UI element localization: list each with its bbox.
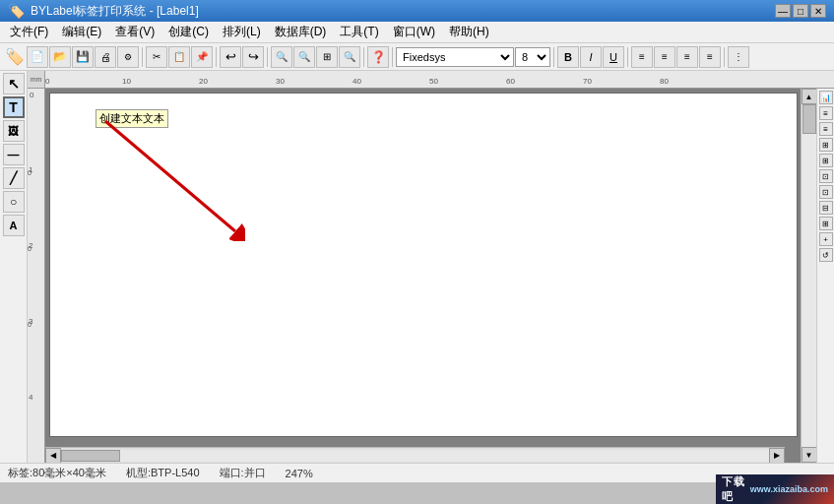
italic-button[interactable]: I (580, 46, 602, 68)
ruler-unit: mm (31, 76, 42, 83)
main-area: ↖ T 🖼 — ╱ ○ A 0 10 20 30 40 50 60 70 80 (0, 71, 834, 463)
select-tool[interactable]: ↖ (3, 73, 25, 94)
horizontal-scrollbar: ◀ ▶ (45, 447, 785, 463)
toolbar-sep-6 (553, 47, 554, 67)
text-tool[interactable]: T (3, 96, 25, 118)
zoom-out-button[interactable]: 🔍 (293, 46, 315, 68)
right-tool-9[interactable]: ⊞ (819, 217, 833, 230)
scroll-right-button[interactable]: ▶ (769, 448, 785, 464)
redo-button[interactable]: ↪ (242, 46, 264, 68)
horizontal-ruler: 0 10 20 30 40 50 60 70 80 mm (28, 71, 834, 89)
toolbar-icon: 🏷️ (4, 46, 26, 68)
watermark: 下载吧 www.xiazaiba.com (716, 474, 834, 504)
zoom-status: 247% (286, 468, 313, 479)
font-size-select[interactable]: 8 10 12 (515, 47, 550, 67)
font-name-select[interactable]: Fixedsys Arial Times New Roman (396, 47, 514, 67)
print-button[interactable]: 🖨 (95, 46, 116, 68)
underline-button[interactable]: U (603, 46, 624, 68)
align-center-button[interactable]: ≡ (654, 46, 675, 68)
close-button[interactable]: ✕ (810, 4, 826, 18)
port-status: 端口:并口 (220, 466, 266, 480)
right-tool-10[interactable]: + (819, 232, 833, 246)
scroll-up-button[interactable]: ▲ (802, 89, 817, 104)
menu-file[interactable]: 文件(F) (4, 22, 54, 42)
v-scroll-thumb[interactable] (802, 104, 816, 134)
left-toolbar: ↖ T 🖼 — ╱ ○ A (0, 71, 28, 463)
title-bar: 🏷️ BYLabel标签打印系统 - [Label1] — □ ✕ (0, 0, 834, 22)
right-tool-3[interactable]: ≡ (819, 122, 833, 136)
canvas-container: 0 10 20 30 40 50 60 70 80 mm 0 1 0 (28, 71, 834, 463)
right-tool-1[interactable]: 📊 (819, 91, 833, 104)
ellipse-tool[interactable]: ○ (3, 191, 25, 213)
right-tool-8[interactable]: ⊟ (819, 201, 833, 215)
vertical-ruler: 0 1 0 2 0 3 0 4 (28, 89, 45, 463)
model-status: 机型:BTP-L540 (126, 466, 200, 480)
v-scroll-track (802, 104, 817, 447)
barcode-tool[interactable]: A (3, 215, 25, 236)
save-button[interactable]: 💾 (72, 46, 94, 68)
minimize-button[interactable]: — (775, 4, 791, 18)
scroll-down-button[interactable]: ▼ (802, 447, 817, 463)
menu-window[interactable]: 窗口(W) (387, 22, 441, 42)
h-scroll-thumb[interactable] (61, 450, 120, 462)
fit-button[interactable]: ⊞ (316, 46, 338, 68)
zoom-in-button[interactable]: 🔍 (271, 46, 292, 68)
align-right-button[interactable]: ≡ (676, 46, 698, 68)
toolbar-sep-2 (216, 47, 217, 67)
status-bar: 标签:80毫米×40毫米 机型:BTP-L540 端口:并口 247% (0, 463, 834, 482)
toolbar-sep-3 (267, 47, 268, 67)
new-button[interactable]: 📄 (27, 46, 48, 68)
image-tool[interactable]: 🖼 (3, 120, 25, 142)
red-arrow (97, 113, 245, 241)
line-tool[interactable]: — (3, 144, 25, 165)
help-button[interactable]: ❓ (367, 46, 389, 68)
toolbar-sep-4 (363, 47, 364, 67)
toolbar-sep-7 (627, 47, 628, 67)
menu-view[interactable]: 查看(V) (109, 22, 160, 42)
maximize-button[interactable]: □ (793, 4, 808, 18)
print-setup-button[interactable]: ⚙ (117, 46, 139, 68)
menu-bar: 文件(F) 编辑(E) 查看(V) 创建(C) 排列(L) 数据库(D) 工具(… (0, 22, 834, 43)
undo-button[interactable]: ↩ (220, 46, 241, 68)
extra-button[interactable]: ⋮ (728, 46, 749, 68)
title-controls: — □ ✕ (775, 4, 826, 18)
right-panel: 📊 ≡ ≡ ⊞ ⊞ ⊡ ⊡ ⊟ ⊞ + ↺ (816, 89, 834, 463)
menu-tools[interactable]: 工具(T) (334, 22, 384, 42)
scroll-left-button[interactable]: ◀ (45, 448, 61, 464)
right-tool-6[interactable]: ⊡ (819, 169, 833, 183)
menu-help[interactable]: 帮助(H) (443, 22, 495, 42)
cut-button[interactable]: ✂ (146, 46, 167, 68)
vertical-scrollbar: ▲ ▼ (801, 89, 816, 463)
toolbar-sep-8 (724, 47, 725, 67)
right-tool-7[interactable]: ⊡ (819, 185, 833, 199)
label-size-status: 标签:80毫米×40毫米 (8, 466, 106, 480)
zoom-custom-button[interactable]: 🔍 (339, 46, 360, 68)
h-scroll-track (61, 450, 769, 462)
svg-line-1 (105, 121, 235, 231)
bold-button[interactable]: B (557, 46, 579, 68)
copy-button[interactable]: 📋 (168, 46, 190, 68)
right-tool-4[interactable]: ⊞ (819, 138, 833, 152)
diagonal-tool[interactable]: ╱ (3, 167, 25, 189)
create-text-tooltip: 创建文本文本 (96, 109, 168, 128)
menu-arrange[interactable]: 排列(L) (217, 22, 267, 42)
watermark-text: 下载吧 (722, 474, 746, 504)
watermark-url: www.xiazaiba.com (750, 484, 828, 494)
menu-edit[interactable]: 编辑(E) (56, 22, 107, 42)
right-tool-5[interactable]: ⊞ (819, 154, 833, 167)
toolbar-sep-5 (392, 47, 393, 67)
right-tool-11[interactable]: ↺ (819, 248, 833, 262)
open-button[interactable]: 📂 (49, 46, 71, 68)
align-left-button[interactable]: ≡ (631, 46, 653, 68)
canvas-area[interactable]: 创建文本文本 ◀ (45, 89, 801, 463)
main-toolbar: 🏷️ 📄 📂 💾 🖨 ⚙ ✂ 📋 📌 ↩ ↪ 🔍 🔍 ⊞ 🔍 ❓ Fixedsy… (0, 43, 834, 71)
menu-database[interactable]: 数据库(D) (269, 22, 333, 42)
toolbar-sep-1 (142, 47, 143, 67)
label-canvas: 创建文本文本 (49, 93, 798, 437)
menu-create[interactable]: 创建(C) (162, 22, 215, 42)
right-tool-2[interactable]: ≡ (819, 106, 833, 120)
justify-button[interactable]: ≡ (699, 46, 721, 68)
title-text: BYLabel标签打印系统 - [Label1] (31, 3, 199, 20)
paste-button[interactable]: 📌 (191, 46, 213, 68)
tooltip-text: 创建文本 (99, 112, 143, 124)
